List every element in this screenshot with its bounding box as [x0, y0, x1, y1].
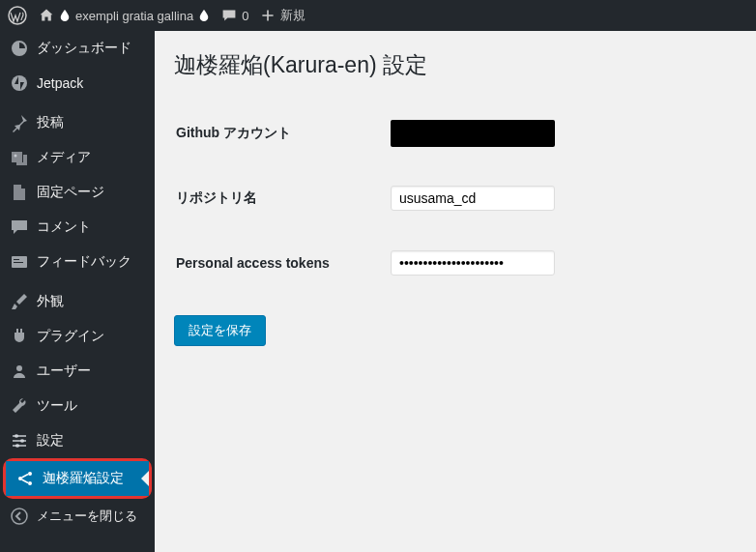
svg-point-9 — [15, 444, 19, 448]
repo-name-input[interactable] — [391, 186, 555, 211]
wrench-icon — [10, 396, 29, 416]
svg-point-6 — [16, 365, 22, 371]
token-input[interactable] — [391, 250, 555, 276]
collapse-icon — [10, 507, 29, 526]
svg-point-8 — [20, 439, 24, 443]
sidebar-item-feedback[interactable]: フィードバック — [0, 245, 155, 279]
sidebar-item-comments[interactable]: コメント — [0, 210, 155, 245]
sidebar-item-label: ツール — [37, 397, 77, 415]
sidebar-item-label: 固定ページ — [37, 184, 104, 201]
sidebar-item-label: 外観 — [37, 293, 64, 310]
feedback-icon — [10, 252, 29, 272]
sidebar-item-settings[interactable]: 設定 — [0, 423, 155, 458]
pin-icon — [10, 113, 29, 132]
sliders-icon — [10, 431, 29, 450]
sidebar-item-label: Jetpack — [37, 75, 83, 91]
sidebar-item-label: コメント — [37, 218, 91, 236]
users-icon — [10, 362, 29, 381]
new-item[interactable]: 新規 — [260, 7, 305, 24]
sidebar-item-label: ユーザー — [37, 363, 91, 380]
sidebar-item-label: 設定 — [37, 432, 64, 450]
new-label: 新規 — [280, 7, 305, 24]
svg-point-2 — [15, 155, 17, 158]
collapse-label: メニューを閉じる — [37, 508, 137, 525]
page-icon — [10, 183, 29, 202]
wp-logo-item[interactable] — [8, 6, 27, 25]
comment-icon — [10, 218, 29, 237]
save-button[interactable]: 設定を保存 — [174, 315, 266, 346]
svg-point-7 — [15, 434, 18, 438]
main-content: 迦楼羅焔(Karura-en) 設定 Github アカウント リポジトリ名 P… — [155, 31, 756, 552]
site-name: exempli gratia gallina — [75, 9, 193, 23]
repo-name-label: リポジトリ名 — [176, 166, 389, 229]
sidebar-item-jetpack[interactable]: Jetpack — [0, 66, 155, 101]
sidebar-item-label: フィードバック — [37, 253, 131, 271]
svg-rect-5 — [14, 262, 23, 263]
token-label: Personal access tokens — [176, 231, 389, 294]
sidebar-item-label: 迦楼羅焔設定 — [43, 470, 124, 487]
github-account-input[interactable] — [391, 120, 555, 147]
plugin-icon — [10, 327, 29, 346]
brush-icon — [10, 292, 29, 311]
sidebar-item-posts[interactable]: 投稿 — [0, 105, 155, 140]
sidebar-item-pages[interactable]: 固定ページ — [0, 175, 155, 210]
svg-rect-4 — [14, 259, 19, 260]
collapse-menu[interactable]: メニューを閉じる — [0, 499, 155, 534]
site-home-item[interactable]: exempli gratia gallina — [39, 8, 210, 23]
plus-icon — [260, 8, 276, 23]
sidebar-item-label: メディア — [37, 149, 91, 166]
sidebar-item-label: ダッシュボード — [37, 40, 131, 57]
home-icon — [39, 8, 54, 23]
dashboard-icon — [10, 39, 29, 58]
sidebar-item-users[interactable]: ユーザー — [0, 354, 155, 389]
highlight-annotation: 迦楼羅焔設定 — [3, 458, 152, 499]
svg-point-11 — [28, 472, 32, 476]
github-account-label: Github アカウント — [176, 102, 389, 164]
page-title: 迦楼羅焔(Karura-en) 設定 — [174, 50, 737, 80]
wordpress-icon — [8, 6, 27, 25]
media-icon — [10, 148, 29, 167]
admin-sidebar: ダッシュボード Jetpack 投稿 メディア 固定ページ コメント フィードバ… — [0, 31, 155, 552]
sidebar-item-tools[interactable]: ツール — [0, 389, 155, 423]
comments-item[interactable]: 0 — [221, 8, 248, 23]
sidebar-item-label: プラグイン — [37, 328, 104, 345]
sidebar-item-media[interactable]: メディア — [0, 140, 155, 175]
sidebar-item-appearance[interactable]: 外観 — [0, 284, 155, 319]
svg-point-12 — [28, 481, 32, 485]
admin-topbar: exempli gratia gallina 0 新規 — [0, 0, 756, 31]
sidebar-item-dashboard[interactable]: ダッシュボード — [0, 31, 155, 66]
jetpack-icon — [10, 73, 29, 93]
comments-count: 0 — [242, 9, 248, 23]
settings-form: Github アカウント リポジトリ名 Personal access toke… — [174, 100, 737, 296]
comment-icon — [221, 8, 237, 23]
svg-point-13 — [12, 508, 27, 524]
sidebar-item-plugins[interactable]: プラグイン — [0, 319, 155, 354]
svg-point-1 — [12, 75, 27, 91]
sidebar-item-karura-settings[interactable]: 迦楼羅焔設定 — [6, 461, 149, 496]
share-icon — [15, 469, 35, 488]
droplet-icon — [198, 10, 210, 21]
sidebar-item-label: 投稿 — [37, 114, 64, 131]
droplet-icon — [59, 10, 71, 21]
